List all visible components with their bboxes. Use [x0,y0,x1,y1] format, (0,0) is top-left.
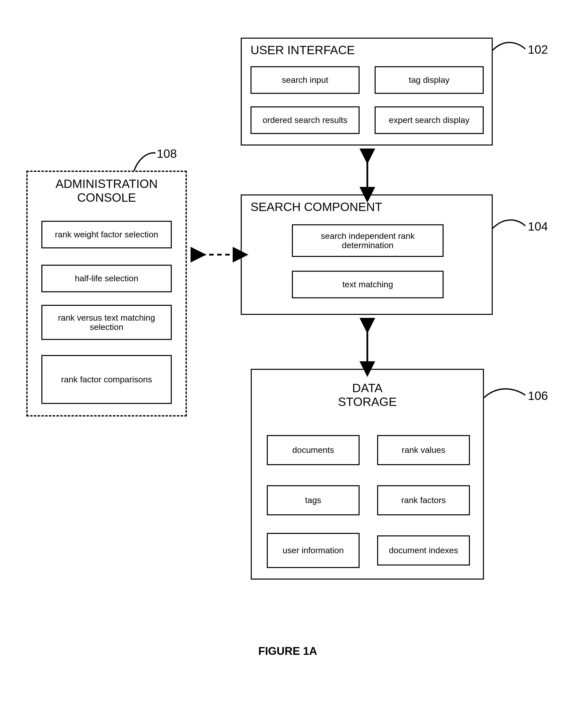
ds-item-doc-indexes: document indexes [377,535,470,565]
ac-item-rank-vs-text: rank versus text matching selection [41,305,172,340]
ds-item-rank-factors: rank factors [377,485,470,515]
admin-console-title: ADMINISTRATION CONSOLE [27,177,185,205]
figure-caption: FIGURE 1A [258,645,317,657]
search-component-title: SEARCH COMPONENT [251,200,382,214]
data-storage-block: DATA STORAGE DATA STORAGE documents rank… [251,369,484,579]
ds-item-documents: documents [267,435,359,465]
user-interface-title: USER INTERFACE [251,43,355,57]
ac-item-rank-weight: rank weight factor selection [41,221,172,248]
ref-search: 104 [528,220,548,233]
ds-item-tags: tags [267,485,359,515]
ac-item-half-life: half-life selection [41,265,172,292]
search-component-block: SEARCH COMPONENT search independent rank… [241,194,493,315]
ui-item-search-input: search input [251,66,359,94]
ref-data: 106 [528,389,548,403]
ui-item-tag-display: tag display [374,66,484,94]
ac-item-rank-comparisons: rank factor comparisons [41,355,172,404]
ref-ui: 102 [528,43,548,57]
ui-item-ordered-results: ordered search results [251,106,359,134]
ref-admin: 108 [157,147,177,161]
sc-item-text-matching: text matching [292,271,443,298]
diagram-canvas: { "figure_caption": "FIGURE 1A", "refs":… [0,0,588,703]
user-interface-block: USER INTERFACE search input tag display … [241,37,493,146]
ds-item-rank-values: rank values [377,435,470,465]
ds-item-user-info: user information [267,533,359,568]
data-storage-title: DATA STORAGE [252,381,483,409]
sc-item-rank-determination: search independent rank determination [292,224,443,257]
admin-console-block: ADMINISTRATION CONSOLE ADMINISTRATION CO… [26,171,187,416]
ui-item-expert-search: expert search display [374,106,484,134]
